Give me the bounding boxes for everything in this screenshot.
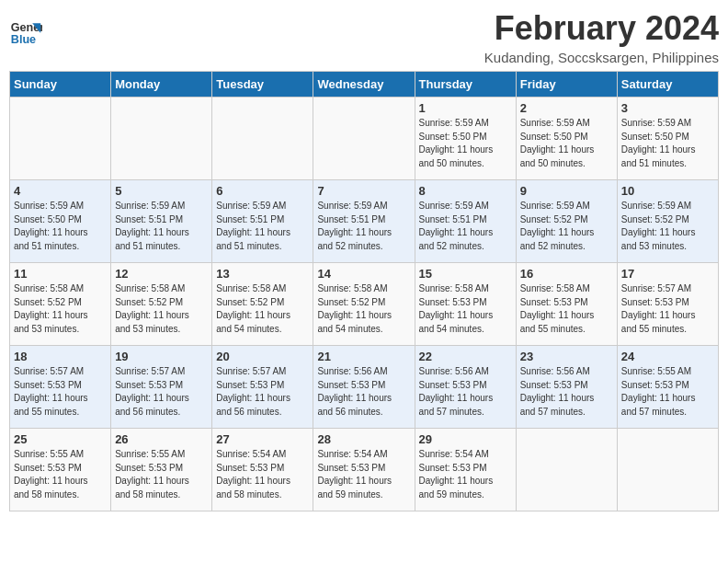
day-number: 21: [317, 350, 410, 363]
day-info: Sunrise: 5:55 AM Sunset: 5:53 PM Dayligh…: [14, 448, 107, 501]
day-info: Sunrise: 5:59 AM Sunset: 5:50 PM Dayligh…: [14, 200, 107, 253]
day-info: Sunrise: 5:56 AM Sunset: 5:53 PM Dayligh…: [419, 365, 512, 419]
calendar-cell: 6Sunrise: 5:59 AM Sunset: 5:51 PM Daylig…: [212, 180, 313, 263]
day-info: Sunrise: 5:58 AM Sunset: 5:52 PM Dayligh…: [14, 282, 107, 336]
calendar-cell: 11Sunrise: 5:58 AM Sunset: 5:52 PM Dayli…: [10, 263, 111, 346]
day-number: 4: [14, 184, 107, 198]
calendar-cell: [313, 98, 415, 180]
weekday-header: Friday: [516, 72, 617, 98]
day-info: Sunrise: 5:59 AM Sunset: 5:51 PM Dayligh…: [419, 200, 512, 253]
logo-icon: General Blue: [9, 17, 42, 50]
day-number: 7: [317, 184, 410, 198]
calendar-cell: 20Sunrise: 5:57 AM Sunset: 5:53 PM Dayli…: [212, 346, 313, 429]
month-title: February 2024: [484, 9, 719, 48]
calendar-cell: 16Sunrise: 5:58 AM Sunset: 5:53 PM Dayli…: [516, 263, 617, 346]
day-number: 24: [621, 350, 714, 363]
calendar-week-row: 1Sunrise: 5:59 AM Sunset: 5:50 PM Daylig…: [10, 98, 719, 180]
logo: General Blue: [9, 17, 42, 50]
day-number: 18: [14, 350, 107, 363]
day-number: 14: [317, 267, 410, 281]
day-info: Sunrise: 5:54 AM Sunset: 5:53 PM Dayligh…: [317, 448, 410, 501]
calendar-week-row: 18Sunrise: 5:57 AM Sunset: 5:53 PM Dayli…: [10, 346, 719, 429]
day-number: 25: [14, 432, 107, 446]
day-info: Sunrise: 5:58 AM Sunset: 5:52 PM Dayligh…: [216, 282, 309, 336]
calendar-header-row: SundayMondayTuesdayWednesdayThursdayFrid…: [10, 72, 719, 98]
day-number: 28: [317, 432, 410, 446]
day-number: 20: [216, 350, 309, 363]
calendar-table: SundayMondayTuesdayWednesdayThursdayFrid…: [9, 71, 719, 511]
calendar-cell: 10Sunrise: 5:59 AM Sunset: 5:52 PM Dayli…: [617, 180, 718, 263]
day-number: 26: [115, 432, 208, 446]
day-info: Sunrise: 5:59 AM Sunset: 5:52 PM Dayligh…: [520, 200, 613, 253]
day-number: 8: [419, 184, 512, 198]
day-info: Sunrise: 5:59 AM Sunset: 5:52 PM Dayligh…: [621, 200, 714, 253]
day-number: 2: [520, 101, 613, 115]
calendar-cell: [617, 429, 718, 511]
calendar-cell: 29Sunrise: 5:54 AM Sunset: 5:53 PM Dayli…: [415, 429, 516, 511]
day-number: 3: [621, 101, 714, 115]
day-number: 22: [419, 350, 512, 363]
day-info: Sunrise: 5:59 AM Sunset: 5:50 PM Dayligh…: [419, 117, 512, 170]
day-info: Sunrise: 5:57 AM Sunset: 5:53 PM Dayligh…: [621, 282, 714, 336]
svg-text:Blue: Blue: [11, 33, 36, 46]
day-number: 29: [419, 432, 512, 446]
day-info: Sunrise: 5:55 AM Sunset: 5:53 PM Dayligh…: [115, 448, 208, 501]
weekday-header: Monday: [111, 72, 212, 98]
day-number: 19: [115, 350, 208, 363]
day-number: 11: [14, 267, 107, 281]
day-number: 16: [520, 267, 613, 281]
day-info: Sunrise: 5:54 AM Sunset: 5:53 PM Dayligh…: [216, 448, 309, 501]
calendar-cell: 4Sunrise: 5:59 AM Sunset: 5:50 PM Daylig…: [10, 180, 111, 263]
calendar-cell: 23Sunrise: 5:56 AM Sunset: 5:53 PM Dayli…: [516, 346, 617, 429]
day-info: Sunrise: 5:59 AM Sunset: 5:51 PM Dayligh…: [216, 200, 309, 253]
calendar-cell: [111, 98, 212, 180]
day-info: Sunrise: 5:59 AM Sunset: 5:51 PM Dayligh…: [317, 200, 410, 253]
weekday-header: Wednesday: [313, 72, 415, 98]
day-number: 17: [621, 267, 714, 281]
day-info: Sunrise: 5:58 AM Sunset: 5:52 PM Dayligh…: [317, 282, 410, 336]
day-info: Sunrise: 5:59 AM Sunset: 5:50 PM Dayligh…: [621, 117, 714, 170]
calendar-body: 1Sunrise: 5:59 AM Sunset: 5:50 PM Daylig…: [10, 98, 719, 511]
weekday-header: Sunday: [10, 72, 111, 98]
title-area: February 2024 Kudanding, Soccsksargen, P…: [484, 9, 719, 65]
calendar-cell: 2Sunrise: 5:59 AM Sunset: 5:50 PM Daylig…: [516, 98, 617, 180]
calendar-cell: 12Sunrise: 5:58 AM Sunset: 5:52 PM Dayli…: [111, 263, 212, 346]
day-number: 1: [419, 101, 512, 115]
calendar-cell: 26Sunrise: 5:55 AM Sunset: 5:53 PM Dayli…: [111, 429, 212, 511]
day-info: Sunrise: 5:58 AM Sunset: 5:53 PM Dayligh…: [419, 282, 512, 336]
day-info: Sunrise: 5:57 AM Sunset: 5:53 PM Dayligh…: [216, 365, 309, 419]
day-number: 13: [216, 267, 309, 281]
calendar-cell: 21Sunrise: 5:56 AM Sunset: 5:53 PM Dayli…: [313, 346, 415, 429]
day-number: 23: [520, 350, 613, 363]
weekday-header: Saturday: [617, 72, 718, 98]
calendar-cell: 15Sunrise: 5:58 AM Sunset: 5:53 PM Dayli…: [415, 263, 516, 346]
day-info: Sunrise: 5:59 AM Sunset: 5:51 PM Dayligh…: [115, 200, 208, 253]
calendar-cell: 25Sunrise: 5:55 AM Sunset: 5:53 PM Dayli…: [10, 429, 111, 511]
calendar-cell: 8Sunrise: 5:59 AM Sunset: 5:51 PM Daylig…: [415, 180, 516, 263]
day-number: 5: [115, 184, 208, 198]
day-number: 15: [419, 267, 512, 281]
calendar-cell: 5Sunrise: 5:59 AM Sunset: 5:51 PM Daylig…: [111, 180, 212, 263]
day-info: Sunrise: 5:58 AM Sunset: 5:52 PM Dayligh…: [115, 282, 208, 336]
day-info: Sunrise: 5:54 AM Sunset: 5:53 PM Dayligh…: [419, 448, 512, 501]
calendar-cell: 1Sunrise: 5:59 AM Sunset: 5:50 PM Daylig…: [415, 98, 516, 180]
calendar-cell: 3Sunrise: 5:59 AM Sunset: 5:50 PM Daylig…: [617, 98, 718, 180]
calendar-week-row: 11Sunrise: 5:58 AM Sunset: 5:52 PM Dayli…: [10, 263, 719, 346]
weekday-header: Tuesday: [212, 72, 313, 98]
calendar-week-row: 25Sunrise: 5:55 AM Sunset: 5:53 PM Dayli…: [10, 429, 719, 511]
calendar-cell: 18Sunrise: 5:57 AM Sunset: 5:53 PM Dayli…: [10, 346, 111, 429]
day-info: Sunrise: 5:56 AM Sunset: 5:53 PM Dayligh…: [317, 365, 410, 419]
calendar-cell: [212, 98, 313, 180]
calendar-cell: 13Sunrise: 5:58 AM Sunset: 5:52 PM Dayli…: [212, 263, 313, 346]
calendar-week-row: 4Sunrise: 5:59 AM Sunset: 5:50 PM Daylig…: [10, 180, 719, 263]
calendar-cell: [10, 98, 111, 180]
calendar-cell: 27Sunrise: 5:54 AM Sunset: 5:53 PM Dayli…: [212, 429, 313, 511]
day-number: 12: [115, 267, 208, 281]
calendar-cell: 28Sunrise: 5:54 AM Sunset: 5:53 PM Dayli…: [313, 429, 415, 511]
day-info: Sunrise: 5:56 AM Sunset: 5:53 PM Dayligh…: [520, 365, 613, 419]
day-info: Sunrise: 5:55 AM Sunset: 5:53 PM Dayligh…: [621, 365, 714, 419]
day-number: 6: [216, 184, 309, 198]
calendar-cell: 7Sunrise: 5:59 AM Sunset: 5:51 PM Daylig…: [313, 180, 415, 263]
location-title: Kudanding, Soccsksargen, Philippines: [484, 50, 719, 65]
day-number: 9: [520, 184, 613, 198]
